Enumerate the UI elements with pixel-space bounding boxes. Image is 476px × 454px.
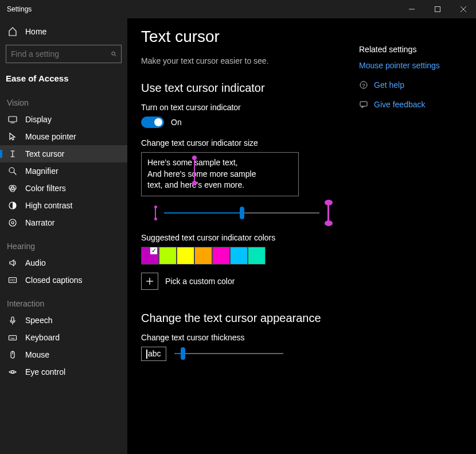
colors-label: Suggested text cursor indicator colors — [141, 233, 343, 242]
svg-line-5 — [115, 55, 116, 56]
color-filters-icon — [8, 184, 17, 193]
page-title: Text cursor — [141, 28, 343, 46]
color-swatch[interactable] — [212, 247, 230, 265]
small-indicator-icon — [155, 207, 156, 219]
svg-rect-1 — [435, 7, 440, 12]
cursor-indicator-preview — [194, 158, 195, 183]
custom-color-label: Pick a custom color — [165, 277, 235, 286]
sidebar-item-narrator[interactable]: Narrator — [0, 214, 127, 231]
color-swatch[interactable] — [248, 247, 266, 265]
color-swatch[interactable] — [230, 247, 248, 265]
svg-point-16 — [11, 222, 14, 224]
color-swatch[interactable] — [141, 247, 159, 265]
sidebar-item-keyboard[interactable]: Keyboard — [0, 329, 127, 346]
home-nav[interactable]: Home — [0, 23, 127, 40]
mouse-pointer-settings-link[interactable]: Mouse pointer settings — [359, 61, 462, 70]
thickness-label: Change text cursor thickness — [141, 333, 343, 342]
thickness-preview-text: abc — [148, 349, 161, 358]
related-settings-title: Related settings — [359, 45, 462, 54]
custom-color-button[interactable] — [141, 273, 158, 290]
sidebar-item-mouse[interactable]: Mouse — [0, 346, 127, 363]
sidebar-item-mouse-pointer[interactable]: Mouse pointer — [0, 128, 127, 145]
related-aside: Related settings Mouse pointer settings … — [359, 28, 462, 440]
sidebar-item-eye-control[interactable]: Eye control — [0, 363, 127, 381]
plus-icon — [145, 277, 154, 286]
sidebar-item-text-cursor[interactable]: Text cursor — [0, 145, 127, 162]
search-input[interactable] — [11, 49, 111, 59]
large-indicator-icon — [327, 203, 329, 223]
color-swatches — [141, 247, 343, 265]
toggle-label: Turn on text cursor indicator — [141, 103, 343, 112]
narrator-icon — [8, 218, 17, 227]
indicator-size-slider[interactable] — [164, 212, 319, 214]
section-title: Ease of Access — [0, 69, 127, 88]
color-swatch[interactable] — [177, 247, 194, 265]
svg-point-15 — [9, 219, 16, 226]
search-icon — [111, 50, 116, 58]
svg-rect-20 — [9, 336, 17, 340]
closed-captions-icon: CC — [8, 275, 17, 285]
mouse-pointer-icon — [8, 132, 17, 141]
sidebar-item-color-filters[interactable]: Color filters — [0, 180, 127, 197]
sidebar-item-label: Color filters — [25, 184, 66, 193]
svg-point-4 — [112, 52, 115, 55]
keyboard-icon — [8, 333, 17, 342]
window-title: Settings — [7, 5, 32, 13]
sidebar-item-label: Keyboard — [25, 333, 60, 342]
maximize-button[interactable] — [424, 0, 450, 18]
svg-rect-19 — [11, 317, 14, 321]
toggle-state-text: On — [171, 118, 182, 127]
sidebar-item-label: Display — [25, 115, 52, 124]
svg-line-10 — [14, 172, 16, 174]
sidebar-item-audio[interactable]: Audio — [0, 254, 127, 271]
svg-text:?: ? — [362, 83, 365, 88]
mouse-icon — [8, 350, 17, 359]
color-swatch[interactable] — [159, 247, 177, 265]
sidebar-item-label: Audio — [25, 258, 46, 267]
sidebar-item-label: Mouse — [25, 350, 49, 359]
cursor-thickness-preview-bar — [146, 350, 147, 359]
cursor-indicator-toggle[interactable] — [141, 117, 164, 128]
size-label: Change text cursor indicator size — [141, 138, 343, 148]
high-contrast-icon — [8, 201, 17, 210]
get-help-link[interactable]: ? Get help — [359, 80, 462, 90]
sidebar-item-label: Narrator — [25, 218, 54, 227]
sidebar-item-label: Eye control — [25, 367, 65, 377]
sidebar-item-closed-captions[interactable]: CCClosed captions — [0, 271, 127, 289]
search-box[interactable] — [6, 45, 122, 63]
sidebar-item-high-contrast[interactable]: High contrast — [0, 197, 127, 214]
svg-point-27 — [11, 371, 14, 373]
give-feedback-link[interactable]: Give feedback — [359, 100, 462, 109]
svg-rect-6 — [9, 117, 17, 122]
sidebar-item-display[interactable]: Display — [0, 111, 127, 128]
group-label: Vision — [0, 88, 127, 111]
sample-line-3: text, and here's even more. — [147, 180, 292, 191]
svg-rect-32 — [360, 102, 367, 106]
sidebar-item-label: Speech — [25, 316, 52, 325]
thickness-slider[interactable] — [174, 353, 283, 354]
sidebar-item-magnifier[interactable]: Magnifier — [0, 162, 127, 180]
home-icon — [8, 27, 17, 36]
titlebar: Settings — [0, 0, 476, 18]
page-subtitle: Make your text cursor easier to see. — [141, 56, 343, 65]
help-icon: ? — [359, 80, 368, 90]
audio-icon — [8, 258, 17, 267]
sidebar-item-label: High contrast — [25, 201, 72, 210]
close-button[interactable] — [450, 0, 476, 18]
speech-icon — [8, 316, 17, 325]
eye-control-icon — [8, 367, 17, 377]
sidebar-item-speech[interactable]: Speech — [0, 312, 127, 329]
sidebar: Home Ease of Access VisionDisplayMouse p… — [0, 18, 127, 454]
home-label: Home — [25, 27, 46, 36]
svg-text:CC: CC — [10, 278, 15, 282]
feedback-icon — [359, 100, 368, 109]
color-swatch[interactable] — [194, 247, 212, 265]
sample-text-box: Here's some sample text, And here's some… — [141, 152, 299, 196]
content-area: Text cursor Make your text cursor easier… — [141, 28, 343, 440]
group-label: Interaction — [0, 289, 127, 312]
sample-line-1: Here's some sample text, — [147, 157, 292, 169]
section-appearance-heading: Change the text cursor appearance — [141, 312, 343, 325]
sidebar-item-label: Closed captions — [25, 275, 83, 285]
minimize-button[interactable] — [399, 0, 424, 18]
sidebar-item-label: Text cursor — [25, 149, 64, 158]
